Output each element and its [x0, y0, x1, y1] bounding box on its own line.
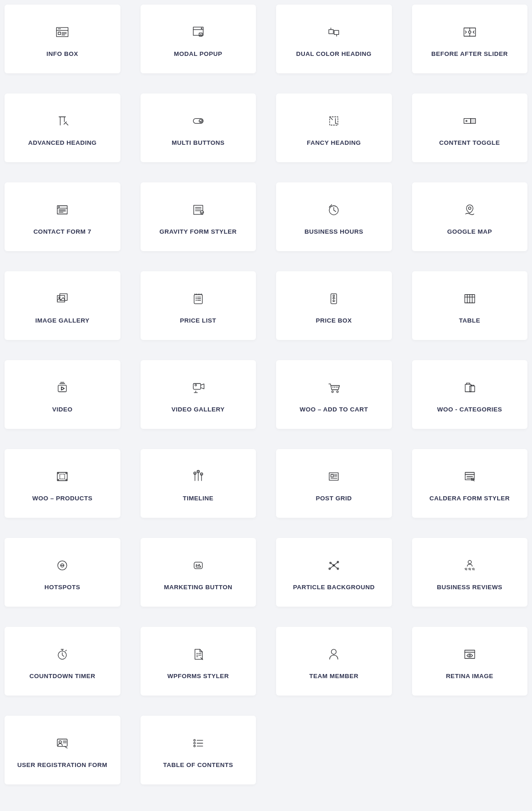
widget-card-label: USER REGISTRATION FORM — [17, 762, 108, 768]
widget-card[interactable]: RETINA IMAGE — [412, 627, 528, 696]
widget-card[interactable]: USER REGISTRATION FORM — [5, 716, 120, 784]
widget-card-label: VIDEO GALLERY — [172, 406, 225, 413]
widget-card-label: MODAL POPUP — [174, 50, 223, 57]
widget-card[interactable]: POST GRID — [276, 449, 392, 518]
widget-card-label: CONTENT TOGGLE — [439, 139, 500, 146]
widget-card[interactable]: BEFORE AFTER SLIDER — [412, 5, 528, 73]
widget-card[interactable]: WOO – PRODUCTS — [5, 449, 120, 518]
widget-card-label: BUSINESS HOURS — [304, 228, 364, 235]
widget-card-label: TIMELINE — [183, 495, 213, 502]
business-reviews-icon — [461, 556, 479, 575]
widget-card-label: RETINA IMAGE — [446, 673, 494, 679]
widget-card[interactable]: TEAM MEMBER — [276, 627, 392, 696]
widget-card-label: BEFORE AFTER SLIDER — [431, 50, 508, 57]
marketing-button-icon — [189, 556, 207, 575]
woo-products-icon — [53, 467, 71, 486]
widget-card-label: PRICE BOX — [316, 317, 352, 324]
widget-card-label: MULTI BUTTONS — [172, 139, 225, 146]
gravity-form-styler-icon — [189, 201, 207, 219]
widget-card[interactable]: GOOGLE MAP — [412, 182, 528, 251]
widget-card[interactable]: HOTSPOTS — [5, 538, 120, 607]
widget-card[interactable]: WOO – ADD TO CART — [276, 360, 392, 429]
widget-card-label: GOOGLE MAP — [447, 228, 492, 235]
team-member-icon — [325, 645, 343, 663]
widget-card[interactable]: WOO - CATEGORIES — [412, 360, 528, 429]
modal-popup-icon — [189, 23, 207, 41]
multi-buttons-icon — [189, 112, 207, 130]
before-after-slider-icon — [461, 23, 479, 41]
widget-card-label: WOO - CATEGORIES — [437, 406, 502, 413]
timeline-icon — [189, 467, 207, 486]
info-box-icon — [53, 23, 71, 41]
widget-card-label: MARKETING BUTTON — [164, 584, 233, 591]
price-box-icon — [325, 290, 343, 308]
widget-card-label: CONTACT FORM 7 — [33, 228, 92, 235]
widget-card[interactable]: TIMELINE — [141, 449, 256, 518]
widget-card[interactable]: VIDEO GALLERY — [141, 360, 256, 429]
content-toggle-icon — [461, 112, 479, 130]
widget-card[interactable]: WPFORMS STYLER — [141, 627, 256, 696]
fancy-heading-icon — [325, 112, 343, 130]
wpforms-styler-icon — [189, 645, 207, 663]
table-of-contents-icon — [189, 734, 207, 752]
image-gallery-icon — [53, 290, 71, 308]
widget-card[interactable]: INFO BOX — [5, 5, 120, 73]
widget-card-label: ADVANCED HEADING — [28, 139, 97, 146]
widget-card-label: TABLE — [459, 317, 481, 324]
widget-card[interactable]: BUSINESS REVIEWS — [412, 538, 528, 607]
widget-grid-wrap: INFO BOXMODAL POPUPDUAL COLOR HEADINGBEF… — [5, 5, 527, 784]
advanced-heading-icon — [53, 112, 71, 130]
widget-card-label: TABLE OF CONTENTS — [163, 762, 233, 768]
widget-card[interactable]: IMAGE GALLERY — [5, 271, 120, 340]
retina-image-icon — [461, 645, 479, 663]
particle-background-icon — [325, 556, 343, 575]
widget-card[interactable]: CONTACT FORM 7 — [5, 182, 120, 251]
table-icon — [461, 290, 479, 308]
price-list-icon — [189, 290, 207, 308]
widget-card-label: IMAGE GALLERY — [35, 317, 90, 324]
business-hours-icon — [325, 201, 343, 219]
widget-card-label: VIDEO — [52, 406, 73, 413]
widget-card-label: COUNTDOWN TIMER — [29, 673, 95, 679]
video-icon — [53, 378, 71, 397]
widget-card-label: FANCY HEADING — [307, 139, 361, 146]
widget-card[interactable]: GRAVITY FORM STYLER — [141, 182, 256, 251]
hotspots-icon — [53, 556, 71, 575]
widget-card-label: BUSINESS REVIEWS — [437, 584, 502, 591]
widget-card-label: WOO – ADD TO CART — [300, 406, 369, 413]
widget-card[interactable]: TABLE OF CONTENTS — [141, 716, 256, 784]
widget-card[interactable]: CONTENT TOGGLE — [412, 93, 528, 162]
widget-card[interactable]: BUSINESS HOURS — [276, 182, 392, 251]
woo-categories-icon — [461, 378, 479, 397]
widget-card[interactable]: FANCY HEADING — [276, 93, 392, 162]
widget-card-label: GRAVITY FORM STYLER — [159, 228, 237, 235]
widget-card-label: PARTICLE BACKGROUND — [293, 584, 375, 591]
widget-card-label: WPFORMS STYLER — [168, 673, 229, 679]
widget-card[interactable]: ADVANCED HEADING — [5, 93, 120, 162]
widget-card[interactable]: PARTICLE BACKGROUND — [276, 538, 392, 607]
widget-card[interactable]: MODAL POPUP — [141, 5, 256, 73]
google-map-icon — [461, 201, 479, 219]
widget-card[interactable]: MULTI BUTTONS — [141, 93, 256, 162]
dual-color-heading-icon — [325, 23, 343, 41]
user-registration-form-icon — [53, 734, 71, 752]
woo-add-to-cart-icon — [325, 378, 343, 397]
widget-card[interactable]: MARKETING BUTTON — [141, 538, 256, 607]
caldera-form-styler-icon — [461, 467, 479, 486]
widget-card[interactable]: PRICE LIST — [141, 271, 256, 340]
widget-card-label: HOTSPOTS — [44, 584, 80, 591]
widget-card-label: TEAM MEMBER — [309, 673, 359, 679]
widget-grid: INFO BOXMODAL POPUPDUAL COLOR HEADINGBEF… — [5, 5, 527, 784]
post-grid-icon — [325, 467, 343, 486]
widget-card[interactable]: VIDEO — [5, 360, 120, 429]
video-gallery-icon — [189, 378, 207, 397]
widget-card-label: INFO BOX — [47, 50, 78, 57]
contact-form-7-icon — [53, 201, 71, 219]
widget-card[interactable]: COUNTDOWN TIMER — [5, 627, 120, 696]
widget-card[interactable]: TABLE — [412, 271, 528, 340]
countdown-timer-icon — [53, 645, 71, 663]
widget-card[interactable]: CALDERA FORM STYLER — [412, 449, 528, 518]
widget-card-label: PRICE LIST — [180, 317, 216, 324]
widget-card[interactable]: DUAL COLOR HEADING — [276, 5, 392, 73]
widget-card[interactable]: PRICE BOX — [276, 271, 392, 340]
